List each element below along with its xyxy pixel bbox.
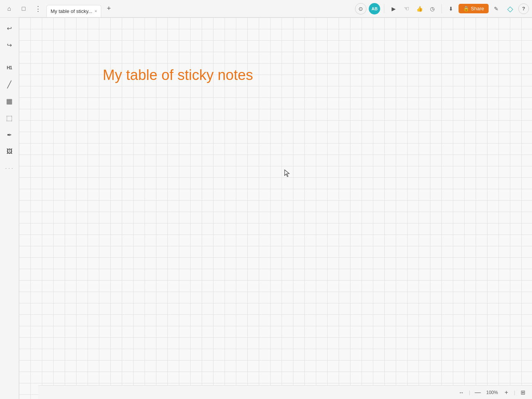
- cursor-indicator: [284, 169, 291, 179]
- bottombar: ↔ | — 100% + | ⊞: [38, 385, 532, 399]
- add-tab-button[interactable]: +: [104, 3, 114, 14]
- target-button[interactable]: ⊙: [355, 3, 366, 14]
- divider-2: [441, 4, 442, 13]
- fit-icon: ↔: [459, 389, 464, 396]
- download-button[interactable]: ⬇: [446, 3, 456, 14]
- thumb-icon: 👍: [416, 6, 423, 12]
- bottom-divider-1: |: [469, 389, 470, 395]
- line-icon: ╱: [7, 80, 11, 89]
- undo-icon: ↩: [7, 25, 12, 32]
- sidebar-line[interactable]: ╱: [3, 78, 16, 91]
- share-label: Share: [471, 6, 484, 11]
- minimap-button[interactable]: ⊞: [518, 388, 527, 397]
- avatar-button[interactable]: AB: [369, 3, 380, 14]
- home-icon: ⌂: [7, 5, 11, 12]
- topbar: ⌂ □ ⋮ My table of sticky... × + ⊙ AB ▶ ☜: [0, 0, 532, 18]
- sidebar: ↩ ↪ H1 ╱ ▦ ⬚ ✒ 🖼 · ·: [0, 18, 19, 399]
- zoom-in-icon: +: [505, 389, 508, 396]
- more-icon: · · ·: [5, 166, 13, 171]
- lock-icon: 🔒: [463, 6, 469, 11]
- zoom-level: 100%: [486, 390, 499, 395]
- image-icon: 🖼: [6, 148, 13, 155]
- sidebar-undo[interactable]: ↩: [3, 21, 16, 35]
- touch-button[interactable]: ☜: [401, 3, 412, 14]
- zoom-in-button[interactable]: +: [502, 388, 511, 397]
- heading-icon: H1: [7, 65, 12, 70]
- play-button[interactable]: ▶: [388, 3, 399, 14]
- tab-menu-icon: ⋮: [35, 5, 41, 13]
- diamond-button[interactable]: ◇: [504, 3, 516, 15]
- clock-button[interactable]: ◷: [427, 3, 438, 14]
- edit-button[interactable]: ✎: [491, 3, 502, 14]
- add-tab-icon: +: [107, 5, 111, 13]
- sidebar-table[interactable]: ▦: [3, 94, 16, 108]
- table-icon: ▦: [6, 97, 13, 105]
- diamond-icon: ◇: [507, 4, 513, 13]
- tab-close-button[interactable]: ×: [95, 9, 97, 13]
- play-icon: ▶: [392, 6, 396, 12]
- target-icon: ⊙: [358, 6, 363, 12]
- bottom-divider-2: |: [514, 389, 515, 395]
- download-icon: ⬇: [449, 6, 453, 12]
- pen-icon: ✒: [7, 131, 12, 139]
- sticky-icon: ⬚: [6, 114, 13, 122]
- fit-to-screen-button[interactable]: ↔: [457, 388, 466, 397]
- main-area: ↩ ↪ H1 ╱ ▦ ⬚ ✒ 🖼 · ·: [0, 18, 532, 399]
- active-tab[interactable]: My table of sticky... ×: [46, 5, 101, 17]
- sidebar-heading[interactable]: H1: [3, 61, 16, 75]
- edit-icon: ✎: [494, 6, 499, 12]
- minimap-icon: ⊞: [521, 389, 526, 396]
- redo-icon: ↪: [7, 41, 12, 49]
- sidebar-pen[interactable]: ✒: [3, 128, 16, 142]
- home-button[interactable]: ⌂: [3, 3, 15, 15]
- sidebar-redo[interactable]: ↪: [3, 38, 16, 52]
- clock-icon: ◷: [430, 6, 435, 12]
- tab-title: My table of sticky...: [51, 8, 92, 14]
- avatar-label: AB: [371, 6, 377, 11]
- sidebar-image[interactable]: 🖼: [3, 145, 16, 158]
- zoom-out-icon: —: [475, 389, 481, 396]
- help-button[interactable]: ?: [518, 3, 529, 14]
- topbar-right: ⊙ AB ▶ ☜ 👍 ◷ ⬇ 🔒 Share ✎ ◇: [355, 3, 529, 15]
- canvas[interactable]: My table of sticky notes ↔ | — 100% + | …: [19, 18, 532, 399]
- window-icon: □: [22, 5, 25, 12]
- thumb-button[interactable]: 👍: [414, 3, 425, 14]
- share-button[interactable]: 🔒 Share: [459, 4, 489, 13]
- divider-1: [384, 4, 384, 13]
- tab-menu-button[interactable]: ⋮: [32, 3, 44, 15]
- window-button[interactable]: □: [18, 3, 30, 15]
- zoom-out-button[interactable]: —: [473, 388, 483, 397]
- canvas-title: My table of sticky notes: [103, 67, 253, 83]
- topbar-left: ⌂ □ ⋮ My table of sticky... × +: [3, 3, 353, 15]
- sidebar-more[interactable]: · · ·: [3, 161, 16, 175]
- help-icon: ?: [522, 6, 525, 11]
- sidebar-sticky[interactable]: ⬚: [3, 111, 16, 125]
- touch-icon: ☜: [404, 5, 409, 12]
